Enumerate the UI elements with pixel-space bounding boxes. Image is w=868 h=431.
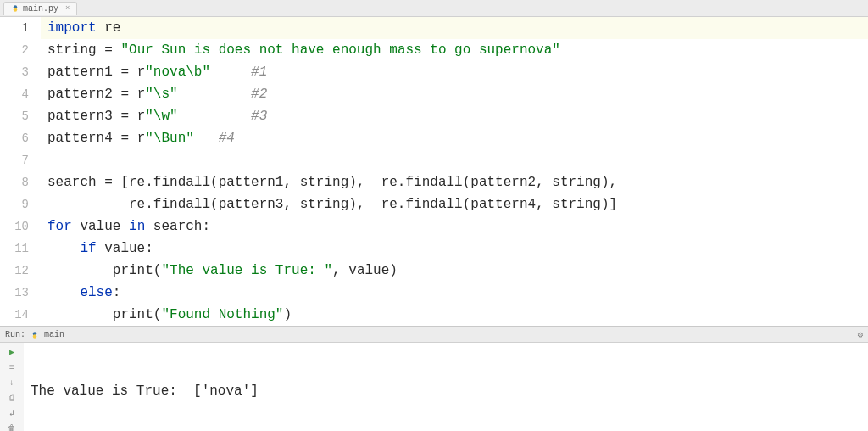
code-line: print("The value is True: ", value) xyxy=(41,260,868,282)
output-line: The value is True: ['nova'] xyxy=(31,382,865,400)
svg-point-3 xyxy=(33,334,36,338)
tab-filename: main.py xyxy=(23,4,58,14)
run-icon[interactable]: ▶ xyxy=(6,346,18,358)
tab-bar: main.py × xyxy=(0,0,868,17)
code-area[interactable]: import re string = "Our Sun is does not … xyxy=(41,17,868,326)
line-gutter: 1 2 3 4 5 6 7 8 9 10 11 12 13 14 xyxy=(0,17,41,326)
code-line xyxy=(41,149,868,171)
close-icon[interactable]: × xyxy=(65,4,70,13)
code-line: else: xyxy=(41,282,868,304)
run-config-name: main xyxy=(44,330,64,339)
code-line: pattern2 = r"\s" #2 xyxy=(41,83,868,105)
svg-point-1 xyxy=(14,8,17,11)
run-panel: Run: main ⚙ ▶ ≡ ↓ ⎙ ↲ 🗑 The value is Tru… xyxy=(0,326,868,431)
code-line: import re xyxy=(41,17,868,39)
editor-tab-main[interactable]: main.py × xyxy=(3,2,77,15)
trash-icon[interactable]: 🗑 xyxy=(6,423,18,431)
step-icon[interactable]: ≡ xyxy=(6,361,18,373)
code-line: pattern3 = r"\w" #3 xyxy=(41,105,868,127)
wrap-icon[interactable]: ↲ xyxy=(6,407,18,419)
code-line: if value: xyxy=(41,238,868,260)
code-line: search = [re.findall(pattern1, string), … xyxy=(41,171,868,193)
python-file-icon xyxy=(31,331,39,339)
filter-icon[interactable]: ⎙ xyxy=(6,392,18,404)
console-output[interactable]: The value is True: ['nova'] The value is… xyxy=(24,343,868,431)
gear-icon[interactable]: ⚙ xyxy=(857,329,868,340)
python-file-icon xyxy=(11,4,19,13)
run-toolbar: ▶ ≡ ↓ ⎙ ↲ 🗑 xyxy=(0,343,24,431)
code-line: re.findall(pattern3, string), re.findall… xyxy=(41,193,868,216)
code-line: pattern4 = r"\Bun" #4 xyxy=(41,127,868,149)
code-line: string = "Our Sun is does not have enoug… xyxy=(41,39,868,61)
run-label: Run: xyxy=(5,330,25,339)
run-panel-header: Run: main ⚙ xyxy=(0,327,868,343)
code-line: pattern1 = r"nova\b" #1 xyxy=(41,61,868,83)
code-editor[interactable]: 1 2 3 4 5 6 7 8 9 10 11 12 13 14 import … xyxy=(0,17,868,326)
down-icon[interactable]: ↓ xyxy=(6,377,18,389)
code-line: print("Found Nothing") xyxy=(41,304,868,326)
code-line: for value in search: xyxy=(41,216,868,238)
